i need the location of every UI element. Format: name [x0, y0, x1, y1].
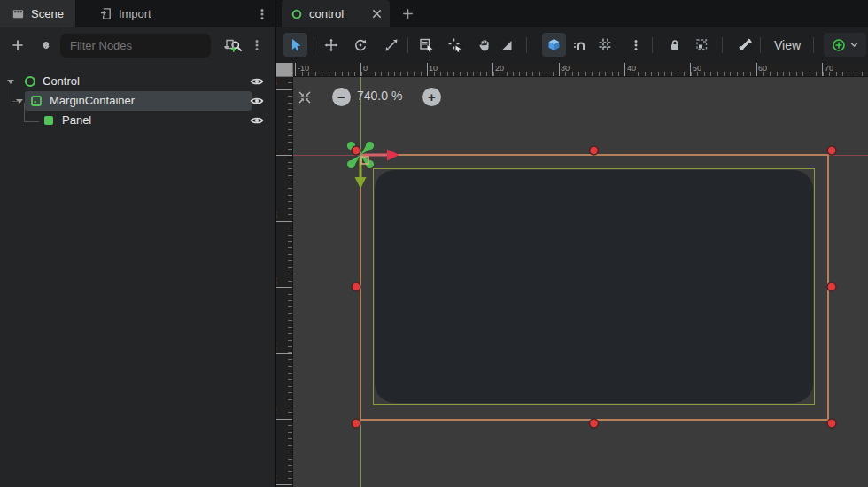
x-axis-arrow — [364, 150, 399, 161]
canvas-area: -10 0 10 20 30 40 50 60 70 -10 0 10 20 3… — [276, 63, 868, 487]
godot-editor: Scene Import — [0, 0, 868, 487]
pivot-tool-button[interactable] — [443, 33, 467, 57]
handle-top-left[interactable] — [352, 146, 360, 155]
skeleton-options-button[interactable] — [733, 33, 757, 57]
scale-icon — [384, 38, 399, 52]
snap-options-button[interactable] — [624, 33, 647, 57]
y-axis-arrow — [355, 158, 367, 189]
zoom-percent-label[interactable]: 740.0 % — [357, 89, 402, 103]
scene-dock: Scene Import — [0, 0, 275, 487]
ruler-label: 40 — [627, 64, 636, 73]
tree-row-margincontainer[interactable]: MarginContainer — [0, 91, 275, 111]
magnet-icon — [572, 38, 586, 52]
horizontal-ruler[interactable]: -10 0 10 20 30 40 50 60 70 — [293, 63, 868, 77]
ruler-label: 30 — [561, 64, 570, 73]
visibility-eye-icon[interactable] — [250, 74, 264, 89]
plus-icon — [11, 38, 25, 52]
zoom-out-button[interactable]: − — [332, 88, 351, 106]
ruler-label: 20 — [495, 64, 504, 73]
ruler-label: 0 — [276, 149, 279, 153]
smart-snap-button[interactable] — [542, 33, 566, 57]
scene-icon — [12, 7, 25, 20]
handle-bottom-right[interactable] — [827, 419, 836, 428]
node-label: Control — [43, 74, 80, 88]
panel-node-icon — [42, 113, 56, 128]
visibility-eye-icon[interactable] — [250, 94, 264, 108]
list-select-icon — [419, 37, 434, 52]
dock-menu-button[interactable] — [254, 6, 270, 22]
lock-icon — [668, 38, 682, 52]
grid-snap-magnet-button[interactable] — [567, 33, 591, 57]
new-scene-tab-button[interactable] — [400, 6, 415, 21]
zoom-widget: − 740.0 % + — [293, 86, 488, 109]
handle-mid-right[interactable] — [827, 282, 836, 291]
tree-row-panel[interactable]: Panel — [0, 111, 275, 130]
dots-menu-icon — [251, 39, 263, 51]
node-label: Panel — [62, 113, 91, 127]
group-icon — [694, 37, 709, 52]
move-tool-button[interactable] — [319, 33, 343, 57]
handle-top-right[interactable] — [827, 146, 836, 155]
insert-key-dropdown[interactable] — [824, 33, 866, 57]
ruler-tool-button[interactable] — [494, 33, 518, 57]
select-tool-button[interactable] — [283, 33, 307, 57]
tree-row-control[interactable]: Control — [0, 72, 275, 91]
add-node-button[interactable] — [5, 33, 30, 58]
dots-menu-icon — [630, 39, 642, 51]
ruler-label: -10 — [298, 64, 309, 73]
rotate-tool-button[interactable] — [348, 33, 372, 57]
group-button[interactable] — [690, 33, 714, 57]
tab-scene-label: Scene — [31, 7, 64, 20]
pan-hand-icon — [477, 38, 492, 52]
grid-snap-button[interactable] — [593, 33, 617, 57]
ruler-label: 60 — [758, 64, 767, 73]
view-menu-label: View — [774, 38, 801, 52]
ruler-label: 20 — [276, 276, 279, 285]
tab-import[interactable]: Import — [88, 0, 163, 27]
lock-button[interactable] — [663, 33, 686, 57]
handle-top-mid[interactable] — [590, 146, 599, 155]
scene-tree-menu-button[interactable] — [244, 33, 269, 58]
attach-script-button[interactable] — [217, 33, 242, 58]
bone-icon — [738, 37, 753, 52]
ruler-label: 40 — [276, 407, 279, 416]
zoom-in-button[interactable]: + — [422, 88, 441, 106]
view-menu-button[interactable]: View — [769, 33, 806, 57]
handle-bottom-left[interactable] — [352, 419, 360, 428]
filter-nodes-field — [60, 34, 211, 58]
pan-tool-button[interactable] — [472, 33, 496, 57]
handle-bottom-mid[interactable] — [590, 419, 599, 428]
rotate-icon — [353, 38, 368, 52]
ruler-major-ticks — [295, 63, 868, 76]
list-select-tool-button[interactable] — [415, 33, 438, 57]
move-icon — [324, 38, 338, 52]
ruler-label: 10 — [429, 64, 438, 73]
link-icon — [39, 38, 53, 52]
scene-dock-toolbar — [0, 27, 275, 63]
scene-tab-control[interactable]: control — [282, 0, 390, 27]
ruler-label: 10 — [276, 210, 279, 219]
filter-nodes-input[interactable] — [60, 39, 229, 52]
vertical-ruler[interactable]: -10 0 10 20 30 40 50 — [276, 77, 293, 487]
plus-icon — [401, 7, 415, 20]
scene-tab-bar: control — [276, 0, 868, 27]
close-icon[interactable] — [371, 8, 383, 19]
tab-import-label: Import — [119, 7, 151, 20]
chevron-down-icon — [850, 42, 858, 48]
dots-menu-icon — [256, 8, 268, 20]
node-label: MarginContainer — [50, 94, 135, 107]
grid-icon — [598, 37, 613, 52]
scale-tool-button[interactable] — [379, 33, 403, 57]
visibility-eye-icon[interactable] — [250, 113, 264, 128]
main-editor-area: control — [276, 0, 868, 487]
instantiate-scene-button[interactable] — [34, 33, 58, 58]
ruler-label: -10 — [276, 77, 279, 89]
editor-gizmos — [293, 77, 868, 487]
scene-tab-label: control — [309, 7, 365, 20]
2d-viewport[interactable]: − 740.0 % + — [293, 77, 868, 487]
ruler-label: 70 — [825, 64, 833, 73]
ruler-label: 50 — [276, 474, 279, 483]
handle-mid-left[interactable] — [352, 282, 360, 291]
tab-scene[interactable]: Scene — [0, 0, 75, 27]
center-view-icon[interactable] — [298, 90, 312, 104]
